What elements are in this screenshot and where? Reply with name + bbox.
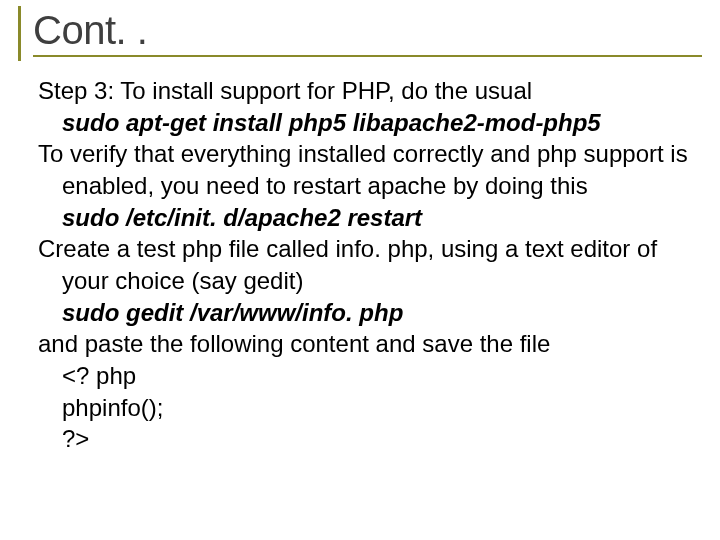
title-block: Cont. .	[18, 6, 702, 61]
slide-body: Step 3: To install support for PHP, do t…	[18, 75, 702, 455]
paste-text: and paste the following content and save…	[38, 328, 694, 360]
php-close-tag: ?>	[38, 423, 694, 455]
php-phpinfo: phpinfo();	[38, 392, 694, 424]
cmd-install-php: sudo apt-get install php5 libapache2-mod…	[38, 107, 694, 139]
slide-container: Cont. . Step 3: To install support for P…	[0, 0, 720, 540]
create-file-text: Create a test php file called info. php,…	[38, 233, 694, 296]
verify-text: To verify that everything installed corr…	[38, 138, 694, 201]
php-open-tag: <? php	[38, 360, 694, 392]
cmd-restart-apache: sudo /etc/init. d/apache2 restart	[38, 202, 694, 234]
step3-intro: Step 3: To install support for PHP, do t…	[38, 75, 694, 107]
slide-title: Cont. .	[33, 8, 702, 57]
cmd-gedit: sudo gedit /var/www/info. php	[38, 297, 694, 329]
